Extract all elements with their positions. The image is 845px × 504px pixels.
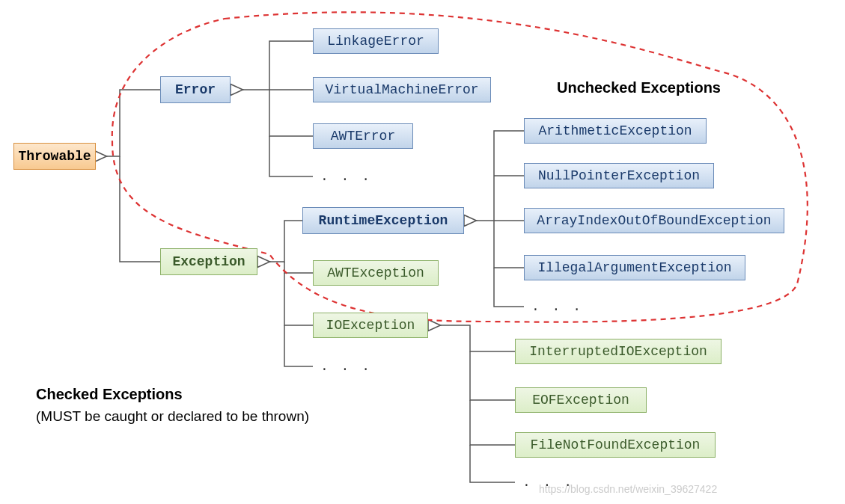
label-unchecked: Unchecked Exceptions xyxy=(557,79,721,96)
ellipsis: . . . xyxy=(320,169,372,184)
node-label: VirtualMachineError xyxy=(325,82,478,97)
node-label: FileNotFoundException xyxy=(531,437,701,452)
node-label: AWTException xyxy=(327,265,424,280)
connectors xyxy=(0,0,845,504)
node-label: Exception xyxy=(172,254,245,269)
node-label: IllegalArgumentException xyxy=(537,260,731,275)
label-checked-title: Checked Exceptions xyxy=(36,386,183,403)
node-label: ArithmeticException xyxy=(538,123,692,138)
node-filenotfound-exception: FileNotFoundException xyxy=(515,432,716,458)
node-label: EOFException xyxy=(532,393,629,408)
node-eof-exception: EOFException xyxy=(515,387,647,413)
node-interruptedio-exception: InterruptedIOException xyxy=(515,339,722,364)
node-arrayindex-exception: ArrayIndexOutOfBoundException xyxy=(524,208,784,233)
node-label: RuntimeException xyxy=(319,213,448,228)
node-linkage-error: LinkageError xyxy=(313,28,439,54)
node-awt-exception: AWTException xyxy=(313,260,439,286)
label-checked-sub: (MUST be caught or declared to be thrown… xyxy=(36,408,309,425)
ellipsis: . . . xyxy=(320,359,372,374)
node-label: IOException xyxy=(326,318,415,333)
node-label: AWTError xyxy=(331,129,395,144)
node-throwable: Throwable xyxy=(13,143,96,170)
node-error: Error xyxy=(160,76,231,103)
node-runtime-exception: RuntimeException xyxy=(302,207,464,234)
node-label: Error xyxy=(175,82,216,97)
node-virtualmachine-error: VirtualMachineError xyxy=(313,77,491,102)
node-arithmetic-exception: ArithmeticException xyxy=(524,118,707,144)
node-label: LinkageError xyxy=(327,34,424,49)
node-nullpointer-exception: NullPointerException xyxy=(524,163,714,188)
ellipsis: . . . xyxy=(531,299,583,314)
node-illegalargument-exception: IllegalArgumentException xyxy=(524,255,745,280)
node-label: InterruptedIOException xyxy=(529,344,707,359)
node-label: NullPointerException xyxy=(538,168,700,183)
node-awt-error: AWTError xyxy=(313,123,413,149)
node-label: Throwable xyxy=(18,149,91,164)
watermark: https://blog.csdn.net/weixin_39627422 xyxy=(539,483,717,495)
node-label: ArrayIndexOutOfBoundException xyxy=(537,213,771,228)
node-exception: Exception xyxy=(160,248,257,275)
node-io-exception: IOException xyxy=(313,313,428,338)
